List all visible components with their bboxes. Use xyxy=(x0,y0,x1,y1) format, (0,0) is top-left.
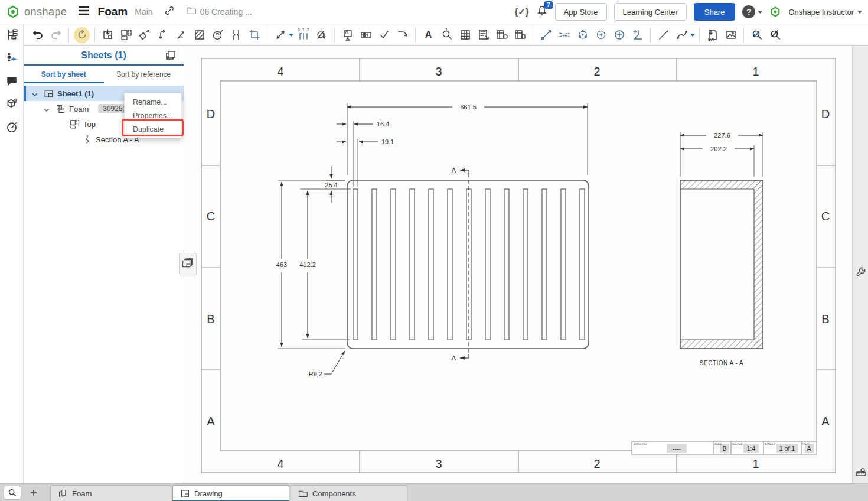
hide-annotations-icon[interactable] xyxy=(767,27,783,43)
dimension-dropdown-caret-icon[interactable] xyxy=(289,34,293,37)
history-clock-icon[interactable] xyxy=(5,120,19,134)
workspace-name[interactable]: Main xyxy=(135,7,152,17)
bom-table-icon[interactable] xyxy=(475,27,491,43)
surface-finish-icon[interactable] xyxy=(376,27,392,43)
titleblock-scale-value: 1:4 xyxy=(747,445,756,452)
where-used-icon[interactable] xyxy=(5,97,19,111)
comments-icon[interactable] xyxy=(5,74,19,88)
share-button[interactable]: Share xyxy=(694,3,736,21)
sheets-panel-toggle-button[interactable] xyxy=(179,253,197,275)
broken-out-section-icon[interactable] xyxy=(191,27,207,43)
app-header: onshape Foam Main 06 Creating ... {✓} 7 … xyxy=(0,0,868,24)
versions-history-icon[interactable] xyxy=(5,28,19,42)
move-view-icon[interactable] xyxy=(155,27,171,43)
dim-section-overall-text[interactable]: 227.6 xyxy=(714,132,730,139)
copy-link-icon[interactable] xyxy=(164,5,175,19)
chevron-down-icon[interactable] xyxy=(32,90,38,96)
hole-table-icon[interactable] xyxy=(494,27,510,43)
titleblock-dwgno-label: DWG NO xyxy=(634,442,648,445)
crop-view-icon[interactable] xyxy=(246,27,262,43)
follow-mode-icon[interactable] xyxy=(5,51,19,65)
spline-icon[interactable] xyxy=(674,27,690,43)
section-arrow-label-bottom: A xyxy=(452,354,456,362)
ordinate-dimension-icon[interactable]: 0 1 2 xyxy=(295,27,311,43)
folder-name[interactable]: 06 Creating ... xyxy=(200,7,252,17)
chevron-down-icon[interactable] xyxy=(44,106,50,112)
center-mark-circular-icon[interactable] xyxy=(593,27,609,43)
center-mark-icon[interactable] xyxy=(611,27,627,43)
drawing-canvas[interactable]: 4 3 2 1 4 3 2 1 D C B A D C B A xyxy=(184,46,852,483)
weld-symbol-icon[interactable] xyxy=(394,27,410,43)
notifications-bell-icon[interactable]: 7 xyxy=(536,5,548,19)
dim-corner-radius-leader xyxy=(324,351,345,374)
menu-item-rename[interactable]: Rename... xyxy=(125,95,181,109)
dim-overall-width-text[interactable]: 661.5 xyxy=(460,103,477,110)
update-views-icon[interactable] xyxy=(74,27,90,43)
centerline-icon[interactable] xyxy=(556,27,572,43)
spline-dropdown-caret-icon[interactable] xyxy=(690,34,695,37)
auxiliary-view-icon[interactable] xyxy=(136,27,152,43)
help-menu[interactable]: ? xyxy=(742,5,762,18)
measure-tool-icon[interactable] xyxy=(855,467,867,479)
centerline-two-point-icon[interactable] xyxy=(538,27,554,43)
learning-center-button[interactable]: Learning Center xyxy=(614,3,687,21)
show-annotations-icon[interactable] xyxy=(749,27,765,43)
zone-label-top-1: 1 xyxy=(752,65,759,78)
transform-view-icon[interactable] xyxy=(173,27,189,43)
chamfer-dimension-icon[interactable] xyxy=(629,27,645,43)
center-mark-group-icon[interactable] xyxy=(575,27,590,43)
dim-corner-radius-text[interactable]: R9.2 xyxy=(309,370,322,378)
menu-item-properties[interactable]: Properties... xyxy=(125,109,181,122)
geometric-tolerance-icon[interactable] xyxy=(358,27,374,43)
export-dxf-icon[interactable]: DXF xyxy=(704,27,720,43)
insert-view-icon[interactable] xyxy=(100,27,116,43)
dim-section-inner-text[interactable]: 202.2 xyxy=(710,145,727,152)
user-name: Onshape Instructor xyxy=(788,8,854,17)
menu-item-duplicate[interactable]: Duplicate xyxy=(125,122,181,136)
zone-label-right-a: A xyxy=(821,415,830,428)
dim-slot-offset-2-text[interactable]: 19.1 xyxy=(381,138,394,145)
tab-components-folder[interactable]: Components xyxy=(291,485,407,501)
tab-sort-by-reference[interactable]: Sort by reference xyxy=(104,66,184,83)
tree-item-label: Foam xyxy=(69,105,89,113)
table-icon[interactable] xyxy=(457,27,473,43)
dim-overall-height-text[interactable]: 463 xyxy=(276,261,287,268)
help-icon[interactable]: ? xyxy=(742,5,755,18)
main-menu-icon[interactable] xyxy=(78,6,90,18)
search-tabs-button[interactable] xyxy=(4,486,21,500)
callout-icon[interactable]: 1 xyxy=(439,27,455,43)
onshape-logo[interactable]: onshape xyxy=(6,5,67,19)
featurescript-icon[interactable]: {✓} xyxy=(514,6,528,17)
datum-icon[interactable]: A xyxy=(340,27,355,43)
dim-slot-offset-1-text[interactable]: 16.4 xyxy=(377,121,389,128)
dim-slot-length-text[interactable]: 412.2 xyxy=(299,261,316,268)
top-view-geometry[interactable] xyxy=(347,180,589,349)
user-menu[interactable]: Onshape Instructor xyxy=(788,8,862,17)
add-tab-button[interactable] xyxy=(27,486,41,499)
projected-view-icon[interactable] xyxy=(118,27,134,43)
base-view-icon xyxy=(56,104,66,114)
redo-icon[interactable] xyxy=(48,27,64,43)
detail-view-icon[interactable]: A xyxy=(210,27,226,43)
drawing-properties-wrench-icon[interactable] xyxy=(855,266,867,278)
add-sheet-icon[interactable] xyxy=(165,50,177,64)
titleblock-sheet-value: 1 of 1 xyxy=(779,445,795,452)
tab-foam-part-studio[interactable]: Foam xyxy=(50,485,171,501)
insert-image-icon[interactable] xyxy=(723,27,739,43)
diameter-dimension-icon[interactable] xyxy=(314,27,329,43)
dimension-icon[interactable] xyxy=(272,27,288,43)
dim-top-margin-text[interactable]: 25.4 xyxy=(325,181,337,188)
tab-sort-by-sheet[interactable]: Sort by sheet xyxy=(24,66,104,83)
titleblock-sheet-label: SHEET xyxy=(765,442,776,445)
undo-icon[interactable] xyxy=(30,27,45,43)
cut-list-table-icon[interactable] xyxy=(512,27,528,43)
zone-label-top-3: 3 xyxy=(435,65,442,78)
section-view-geometry[interactable] xyxy=(680,180,763,349)
note-icon[interactable]: A xyxy=(420,27,436,43)
app-store-button[interactable]: App Store xyxy=(555,3,607,21)
break-view-icon[interactable] xyxy=(228,27,244,43)
sketch-line-icon[interactable] xyxy=(655,27,671,43)
sheet-border xyxy=(201,58,836,473)
zone-label-right-b: B xyxy=(821,313,829,326)
tab-drawing[interactable]: Drawing xyxy=(172,485,289,501)
